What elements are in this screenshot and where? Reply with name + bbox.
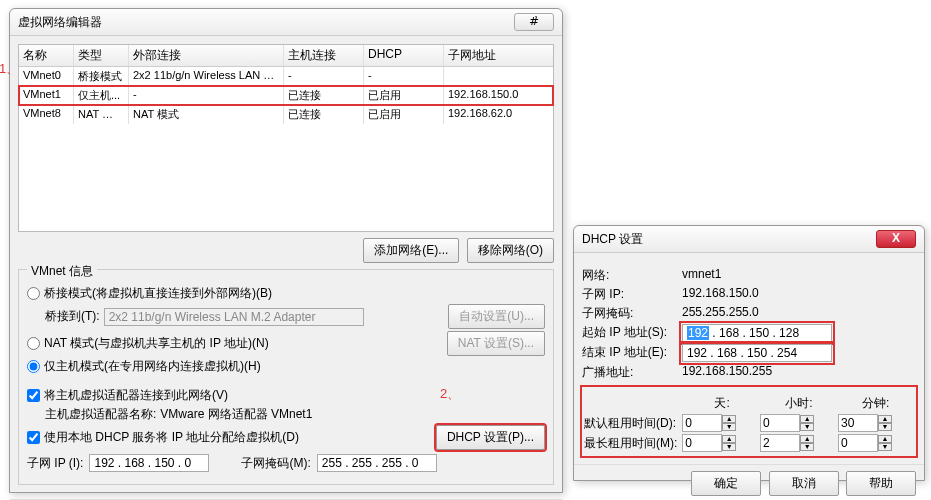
nat-mode-label: NAT 模式(与虚拟机共享主机的 IP 地址)(N) <box>44 335 269 352</box>
vmnet-info-title: VMnet 信息 <box>27 263 97 280</box>
add-network-button[interactable]: 添加网络(E)... <box>363 238 459 263</box>
col-name[interactable]: 名称 <box>19 45 74 66</box>
spin-up-icon[interactable]: ▲ <box>878 415 892 423</box>
start-ip-label: 起始 IP 地址(S): <box>582 324 682 342</box>
table-row[interactable]: VMnet1 仅主机... - 已连接 已启用 192.168.150.0 <box>19 86 553 105</box>
default-lease-days[interactable] <box>682 414 722 432</box>
bridge-mode-radio[interactable] <box>27 287 40 300</box>
broadcast-label: 广播地址: <box>582 364 682 381</box>
col-host[interactable]: 主机连接 <box>284 45 364 66</box>
hours-col: 小时: <box>761 395 838 412</box>
annotation-1: 1、 <box>0 60 19 78</box>
host-only-radio[interactable] <box>27 360 40 373</box>
help-button[interactable]: 帮助 <box>846 471 916 496</box>
spin-up-icon[interactable]: ▲ <box>878 435 892 443</box>
auto-settings-button[interactable]: 自动设置(U)... <box>448 304 545 329</box>
col-type[interactable]: 类型 <box>74 45 129 66</box>
use-dhcp-label: 使用本地 DHCP 服务将 IP 地址分配给虚拟机(D) <box>44 429 299 446</box>
annotation-2: 2、 <box>440 385 460 403</box>
subnet-mask-label: 子网掩码: <box>582 305 682 322</box>
spin-up-icon[interactable]: ▲ <box>800 435 814 443</box>
max-lease-minutes[interactable] <box>838 434 878 452</box>
default-lease-label: 默认租用时间(D): <box>584 415 680 432</box>
dhcp-settings-button[interactable]: DHCP 设置(P)... <box>436 425 545 450</box>
minutes-col: 分钟: <box>837 395 914 412</box>
host-only-label: 仅主机模式(在专用网络内连接虚拟机)(H) <box>44 358 261 375</box>
col-sub[interactable]: 子网地址 <box>444 45 544 66</box>
spin-down-icon[interactable]: ▼ <box>722 423 736 431</box>
nat-settings-button[interactable]: NAT 设置(S)... <box>447 331 545 356</box>
end-ip-label: 结束 IP 地址(E): <box>582 344 682 362</box>
dhcp-titlebar: DHCP 设置 X <box>574 226 924 253</box>
default-lease-minutes[interactable] <box>838 414 878 432</box>
cancel-button[interactable]: 取消 <box>769 471 839 496</box>
close-icon[interactable]: X <box>876 230 916 248</box>
days-col: 天: <box>684 395 761 412</box>
dhcp-settings-dialog: DHCP 设置 X 网络:vmnet1 子网 IP:192.168.150.0 … <box>573 225 925 481</box>
network-value: vmnet1 <box>682 267 721 284</box>
subnet-ip-label: 子网 IP: <box>582 286 682 303</box>
subnet-ip-value: 192.168.150.0 <box>682 286 759 303</box>
spin-down-icon[interactable]: ▼ <box>722 443 736 451</box>
table-row[interactable]: VMnet8 NAT 模式 NAT 模式 已连接 已启用 192.168.62.… <box>19 105 553 124</box>
spin-down-icon[interactable]: ▼ <box>800 443 814 451</box>
default-lease-hours[interactable] <box>760 414 800 432</box>
bridge-to-label: 桥接到(T): <box>45 308 100 325</box>
vmnet-info-group: VMnet 信息 桥接模式(将虚拟机直接连接到外部网络)(B) 桥接到(T): … <box>18 269 554 485</box>
max-lease-days[interactable] <box>682 434 722 452</box>
use-dhcp-checkbox[interactable] <box>27 431 40 444</box>
subnet-ip-label: 子网 IP (I): <box>27 455 83 472</box>
spin-down-icon[interactable]: ▼ <box>800 423 814 431</box>
col-ext[interactable]: 外部连接 <box>129 45 284 66</box>
max-lease-hours[interactable] <box>760 434 800 452</box>
remove-network-button[interactable]: 移除网络(O) <box>467 238 554 263</box>
spin-down-icon[interactable]: ▼ <box>878 423 892 431</box>
bridge-adapter-select[interactable]: 2x2 11b/g/n Wireless LAN M.2 Adapter <box>104 308 364 326</box>
subnet-mask-input[interactable]: 255 . 255 . 255 . 0 <box>317 454 437 472</box>
spin-down-icon[interactable]: ▼ <box>878 443 892 451</box>
dhcp-dialog-title: DHCP 设置 <box>582 231 643 248</box>
subnet-mask-label: 子网掩码(M): <box>241 455 310 472</box>
nat-mode-radio[interactable] <box>27 337 40 350</box>
connect-host-adapter-checkbox[interactable] <box>27 389 40 402</box>
subnet-ip-input[interactable]: 192 . 168 . 150 . 0 <box>89 454 209 472</box>
titlebar: 虚拟网络编辑器 #̇ <box>10 9 562 36</box>
broadcast-value: 192.168.150.255 <box>682 364 772 381</box>
table-row[interactable]: VMnet0 桥接模式 2x2 11b/g/n Wireless LAN M..… <box>19 67 553 86</box>
lease-time-group: 天: 小时: 分钟: 默认租用时间(D): ▲▼ ▲▼ ▲▼ 最长租用时间(M)… <box>582 387 916 456</box>
adapter-name-value: VMware 网络适配器 VMnet1 <box>160 406 312 423</box>
table-header: 名称 类型 外部连接 主机连接 DHCP 子网地址 <box>19 45 553 67</box>
network-table[interactable]: 名称 类型 外部连接 主机连接 DHCP 子网地址 VMnet0 桥接模式 2x… <box>18 44 554 232</box>
spin-up-icon[interactable]: ▲ <box>722 435 736 443</box>
dialog-title: 虚拟网络编辑器 <box>18 14 102 31</box>
connect-host-adapter-label: 将主机虚拟适配器连接到此网络(V) <box>44 387 228 404</box>
spin-up-icon[interactable]: ▲ <box>800 415 814 423</box>
virtual-network-editor-dialog: 虚拟网络编辑器 #̇ 名称 类型 外部连接 主机连接 DHCP 子网地址 VMn… <box>9 8 563 493</box>
subnet-mask-value: 255.255.255.0 <box>682 305 759 322</box>
bridge-mode-label: 桥接模式(将虚拟机直接连接到外部网络)(B) <box>44 285 272 302</box>
end-ip-input[interactable]: 192 . 168 . 150 . 254 <box>682 344 832 362</box>
ok-button[interactable]: 确定 <box>691 471 761 496</box>
max-lease-label: 最长租用时间(M): <box>584 435 680 452</box>
adapter-name-label: 主机虚拟适配器名称: <box>45 406 156 423</box>
close-icon[interactable]: #̇ <box>514 13 554 31</box>
network-label: 网络: <box>582 267 682 284</box>
start-ip-input[interactable]: 192 . 168 . 150 . 128 <box>682 324 832 342</box>
col-dhcp[interactable]: DHCP <box>364 45 444 66</box>
spin-up-icon[interactable]: ▲ <box>722 415 736 423</box>
